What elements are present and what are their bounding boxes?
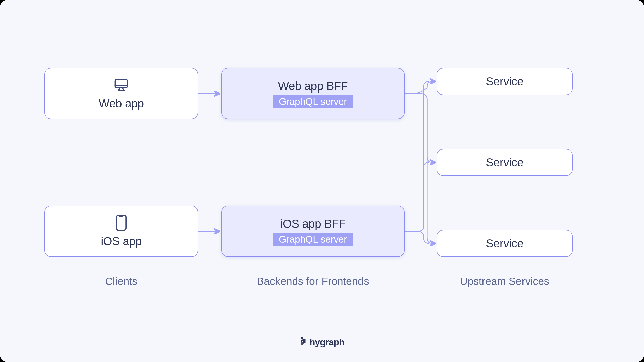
client-ios-label: iOS app [101,234,142,248]
mobile-icon [115,215,127,232]
service-c-label: Service [486,237,524,250]
column-label-bff: Backends for Frontends [237,275,388,287]
svg-rect-5 [116,215,126,230]
service-a-box: Service [437,68,573,95]
service-c-box: Service [437,230,573,257]
service-a-label: Service [486,75,524,88]
bff-ios-subtitle: GraphQL server [273,233,352,246]
column-label-clients: Clients [46,275,197,287]
bff-web-subtitle: GraphQL server [273,95,352,108]
desktop-icon [113,77,129,94]
client-ios-box: iOS app [44,206,198,257]
svg-rect-3 [115,80,127,88]
bff-web-box: Web app BFF GraphQL server [221,68,405,119]
service-b-box: Service [437,149,573,176]
brand-name: hygraph [310,337,345,348]
hygraph-logo-icon [300,337,307,348]
bff-ios-box: iOS app BFF GraphQL server [221,206,405,257]
service-b-label: Service [486,156,524,169]
brand-logo: hygraph [300,337,345,348]
bff-ios-title: iOS app BFF [280,217,346,231]
column-label-services: Upstream Services [429,275,580,287]
client-web-box: Web app [44,68,198,119]
diagram-canvas: Web app iOS app Web app BFF GraphQL serv… [0,0,644,362]
client-web-label: Web app [99,97,144,110]
connectors [0,0,644,362]
bff-web-title: Web app BFF [278,79,348,93]
